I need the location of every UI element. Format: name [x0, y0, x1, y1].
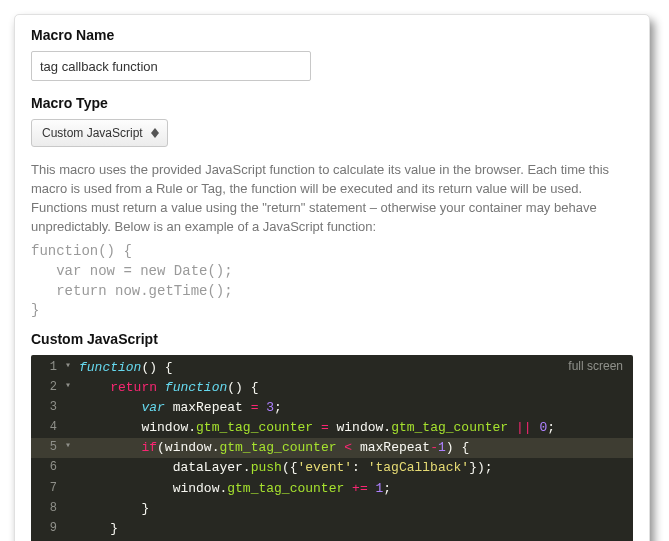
code-content[interactable]: var maxRepeat = 3; — [75, 398, 282, 418]
macro-type-label: Macro Type — [31, 95, 633, 111]
code-line[interactable]: 5▾ if(window.gtm_tag_counter < maxRepeat… — [31, 438, 633, 458]
code-content[interactable]: return function() { — [75, 378, 258, 398]
macro-editor-panel: Macro Name Macro Type Custom JavaScript … — [14, 14, 650, 541]
code-content[interactable]: } — [75, 499, 149, 519]
code-content[interactable]: } — [75, 519, 118, 539]
sample-code: function() { var now = new Date(); retur… — [31, 242, 633, 320]
code-content[interactable]: if(window.gtm_tag_counter < maxRepeat-1)… — [75, 438, 469, 458]
code-content[interactable]: window.gtm_tag_counter += 1; — [75, 479, 391, 499]
line-number: 6 — [31, 458, 65, 477]
macro-name-label: Macro Name — [31, 27, 633, 43]
line-number: 7 — [31, 479, 65, 498]
code-line[interactable]: 8 } — [31, 499, 633, 519]
macro-description: This macro uses the provided JavaScript … — [31, 161, 633, 236]
updown-icon — [151, 128, 159, 138]
fold-icon[interactable]: ▾ — [65, 438, 75, 454]
line-number: 2 — [31, 378, 65, 397]
fullscreen-link[interactable]: full screen — [568, 359, 623, 373]
line-number: 9 — [31, 519, 65, 538]
code-line[interactable]: 9 } — [31, 519, 633, 539]
code-line[interactable]: 4 window.gtm_tag_counter = window.gtm_ta… — [31, 418, 633, 438]
line-number: 8 — [31, 499, 65, 518]
macro-type-selected: Custom JavaScript — [42, 126, 143, 140]
code-content[interactable]: dataLayer.push({'event': 'tagCallback'})… — [75, 458, 493, 478]
code-line[interactable]: 6 dataLayer.push({'event': 'tagCallback'… — [31, 458, 633, 478]
svg-marker-1 — [151, 133, 159, 138]
code-content[interactable]: function() { — [75, 358, 173, 378]
line-number: 5 — [31, 438, 65, 457]
code-line[interactable]: 2▾ return function() { — [31, 378, 633, 398]
fold-icon[interactable]: ▾ — [65, 378, 75, 394]
code-editor[interactable]: full screen 1▾function() {2▾ return func… — [31, 355, 633, 541]
line-number: 3 — [31, 398, 65, 417]
custom-js-label: Custom JavaScript — [31, 331, 633, 347]
macro-name-input[interactable] — [31, 51, 311, 81]
code-line[interactable]: 7 window.gtm_tag_counter += 1; — [31, 479, 633, 499]
fold-icon[interactable]: ▾ — [65, 358, 75, 374]
code-line[interactable]: 3 var maxRepeat = 3; — [31, 398, 633, 418]
macro-type-select[interactable]: Custom JavaScript — [31, 119, 168, 147]
line-number: 1 — [31, 358, 65, 377]
code-line[interactable]: 1▾function() { — [31, 358, 633, 378]
code-content[interactable]: window.gtm_tag_counter = window.gtm_tag_… — [75, 418, 555, 438]
line-number: 4 — [31, 418, 65, 437]
